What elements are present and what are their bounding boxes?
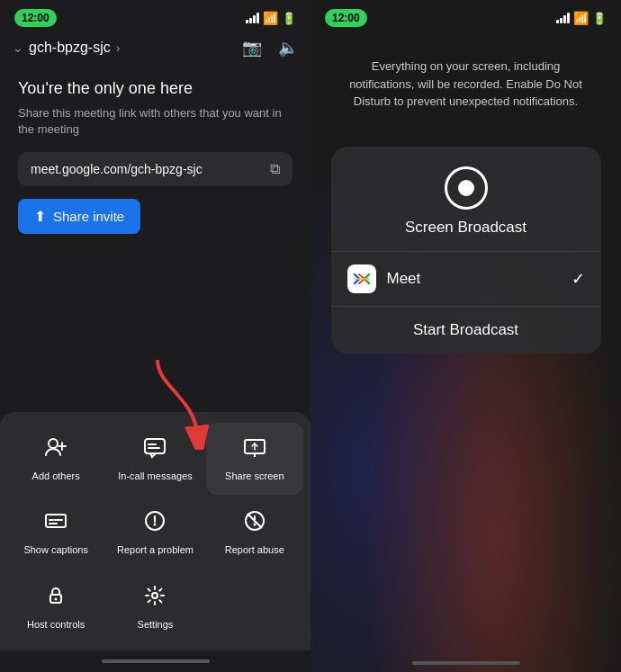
report-problem-label: Report a problem (117, 543, 194, 556)
broadcast-card: Screen Broadcast Meet (331, 147, 601, 354)
share-invite-button[interactable]: ⬆ Share invite (18, 199, 140, 234)
menu-item-host-controls[interactable]: Host controls (7, 571, 104, 643)
time-right: 12:00 (325, 9, 367, 27)
in-call-messages-label: In-call messages (118, 470, 193, 482)
show-captions-icon (44, 509, 68, 538)
status-bar-left: 12:00 📶 🔋 (0, 0, 310, 31)
chevron-down-icon[interactable]: ⌄ (13, 40, 23, 55)
home-bar-right (412, 661, 520, 665)
menu-item-show-captions[interactable]: Show captions (7, 497, 104, 569)
meet-option-left: Meet (347, 264, 421, 293)
svg-point-25 (55, 597, 58, 600)
share-screen-label: Share screen (225, 470, 284, 482)
home-indicator-right (310, 661, 621, 665)
meeting-content: You're the only one here Share this meet… (0, 65, 310, 412)
checkmark-icon: ✓ (572, 269, 585, 289)
meet-app-icon (347, 264, 376, 293)
screen-broadcast-label: Screen Broadcast (405, 219, 526, 237)
record-icon (445, 166, 488, 210)
report-abuse-label: Report abuse (225, 543, 284, 556)
share-description: Share this meeting link with others that… (18, 105, 292, 138)
svg-rect-4 (145, 439, 165, 453)
menu-item-in-call-messages[interactable]: In-call messages (106, 423, 203, 495)
share-invite-label: Share invite (53, 209, 124, 224)
menu-grid: Add others In-call messages (7, 423, 303, 643)
share-invite-icon: ⬆ (34, 208, 46, 225)
meeting-id: gch-bpzg-sjc (29, 40, 111, 56)
status-icons-right: 📶 🔋 (556, 11, 607, 25)
in-call-messages-icon (143, 435, 166, 464)
menu-item-report-problem[interactable]: Report a problem (106, 497, 203, 569)
wifi-icon: 📶 (263, 11, 278, 25)
meet-app-name: Meet (387, 270, 421, 288)
svg-point-1 (49, 439, 58, 448)
svg-point-22 (253, 524, 256, 526)
signal-icon-right (556, 13, 570, 23)
battery-icon: 🔋 (282, 12, 296, 25)
right-panel: 12:00 📶 🔋 Everything on your screen, inc… (310, 0, 621, 672)
time-left: 12:00 (14, 9, 57, 27)
camera-icon[interactable]: 📷 (242, 38, 262, 58)
meet-link-text: meet.google.com/gch-bpzg-sjc (31, 162, 202, 176)
meeting-header: ⌄ gch-bpzg-sjc › 📷 🔈 (0, 31, 310, 65)
meet-link-box: meet.google.com/gch-bpzg-sjc ⧉ (18, 152, 292, 186)
meet-option[interactable]: Meet ✓ (331, 252, 601, 307)
menu-item-share-screen[interactable]: Share screen (206, 423, 303, 495)
menu-item-add-others[interactable]: Add others (7, 423, 104, 495)
report-problem-icon (143, 509, 166, 538)
wifi-icon-right: 📶 (573, 11, 589, 25)
screen-broadcast-option[interactable]: Screen Broadcast (331, 147, 601, 252)
add-others-icon (44, 435, 68, 464)
svg-point-19 (154, 524, 157, 526)
show-captions-label: Show captions (23, 543, 88, 556)
status-bar-right: 12:00 📶 🔋 (310, 0, 621, 31)
add-others-label: Add others (32, 470, 80, 482)
start-broadcast-button[interactable]: Start Broadcast (331, 307, 601, 354)
home-bar-left (102, 659, 210, 663)
battery-icon-right: 🔋 (592, 12, 607, 25)
bottom-menu: Add others In-call messages (0, 412, 310, 650)
right-content: Everything on your screen, including not… (310, 31, 621, 354)
copy-icon[interactable]: ⧉ (270, 161, 280, 177)
alone-text: You're the only one here (18, 79, 292, 98)
settings-icon (143, 584, 166, 613)
more-options-icon[interactable]: › (116, 40, 121, 55)
signal-icon (246, 13, 259, 23)
left-panel: 12:00 📶 🔋 ⌄ gch-bpzg-sjc › 📷 🔈 You're th… (0, 0, 310, 672)
meeting-title-row: ⌄ gch-bpzg-sjc › (13, 40, 120, 56)
broadcast-notice: Everything on your screen, including not… (349, 58, 583, 111)
report-abuse-icon (243, 509, 266, 538)
host-controls-label: Host controls (27, 618, 85, 631)
record-dot (458, 180, 474, 196)
status-icons-left: 📶 🔋 (246, 11, 296, 25)
speaker-icon[interactable]: 🔈 (278, 38, 298, 58)
host-controls-icon (44, 584, 68, 613)
home-indicator-left (0, 650, 310, 672)
share-screen-icon (243, 435, 266, 464)
header-icons: 📷 🔈 (242, 38, 298, 58)
settings-label: Settings (138, 618, 174, 631)
svg-point-26 (152, 593, 158, 598)
menu-item-settings[interactable]: Settings (106, 571, 203, 643)
menu-item-report-abuse[interactable]: Report abuse (206, 497, 303, 569)
